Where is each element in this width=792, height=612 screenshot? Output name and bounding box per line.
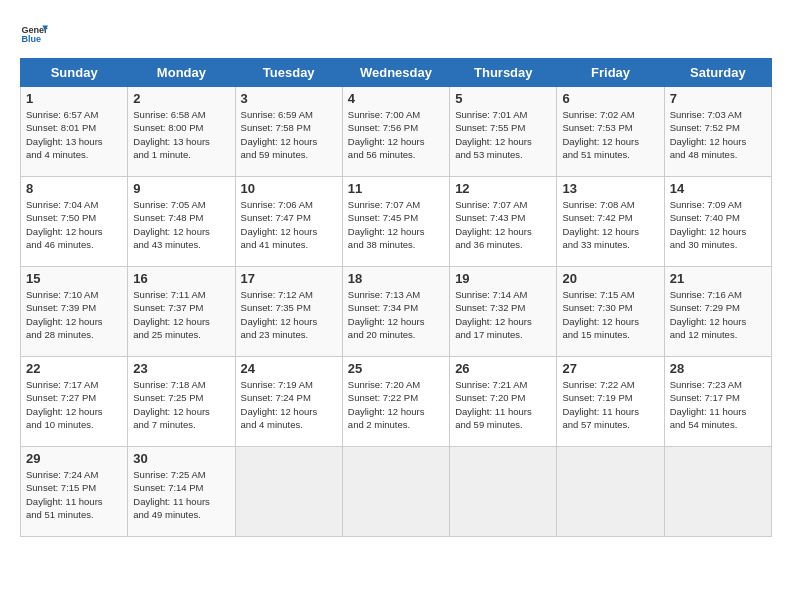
cell-sunrise-info: Sunrise: 7:11 AMSunset: 7:37 PMDaylight:… (133, 288, 229, 341)
calendar-cell (235, 447, 342, 537)
cell-sunrise-info: Sunrise: 7:01 AMSunset: 7:55 PMDaylight:… (455, 108, 551, 161)
calendar-cell: 12Sunrise: 7:07 AMSunset: 7:43 PMDayligh… (450, 177, 557, 267)
weekday-header-wednesday: Wednesday (342, 59, 449, 87)
calendar-cell: 30Sunrise: 7:25 AMSunset: 7:14 PMDayligh… (128, 447, 235, 537)
cell-sunrise-info: Sunrise: 7:06 AMSunset: 7:47 PMDaylight:… (241, 198, 337, 251)
calendar-cell: 8Sunrise: 7:04 AMSunset: 7:50 PMDaylight… (21, 177, 128, 267)
calendar-body: 1Sunrise: 6:57 AMSunset: 8:01 PMDaylight… (21, 87, 772, 537)
calendar-cell (557, 447, 664, 537)
weekday-header-sunday: Sunday (21, 59, 128, 87)
header: General Blue (20, 20, 772, 48)
day-number: 27 (562, 361, 658, 376)
logo: General Blue (20, 20, 48, 48)
cell-sunrise-info: Sunrise: 7:15 AMSunset: 7:30 PMDaylight:… (562, 288, 658, 341)
cell-sunrise-info: Sunrise: 7:07 AMSunset: 7:45 PMDaylight:… (348, 198, 444, 251)
cell-sunrise-info: Sunrise: 7:04 AMSunset: 7:50 PMDaylight:… (26, 198, 122, 251)
cell-sunrise-info: Sunrise: 7:09 AMSunset: 7:40 PMDaylight:… (670, 198, 766, 251)
calendar-cell: 10Sunrise: 7:06 AMSunset: 7:47 PMDayligh… (235, 177, 342, 267)
day-number: 24 (241, 361, 337, 376)
calendar-cell: 7Sunrise: 7:03 AMSunset: 7:52 PMDaylight… (664, 87, 771, 177)
cell-sunrise-info: Sunrise: 7:22 AMSunset: 7:19 PMDaylight:… (562, 378, 658, 431)
cell-sunrise-info: Sunrise: 7:05 AMSunset: 7:48 PMDaylight:… (133, 198, 229, 251)
calendar-week-1: 1Sunrise: 6:57 AMSunset: 8:01 PMDaylight… (21, 87, 772, 177)
calendar-cell: 26Sunrise: 7:21 AMSunset: 7:20 PMDayligh… (450, 357, 557, 447)
calendar-week-4: 22Sunrise: 7:17 AMSunset: 7:27 PMDayligh… (21, 357, 772, 447)
cell-sunrise-info: Sunrise: 6:57 AMSunset: 8:01 PMDaylight:… (26, 108, 122, 161)
calendar-cell: 18Sunrise: 7:13 AMSunset: 7:34 PMDayligh… (342, 267, 449, 357)
weekday-header-tuesday: Tuesday (235, 59, 342, 87)
cell-sunrise-info: Sunrise: 7:00 AMSunset: 7:56 PMDaylight:… (348, 108, 444, 161)
day-number: 13 (562, 181, 658, 196)
day-number: 19 (455, 271, 551, 286)
calendar-cell: 24Sunrise: 7:19 AMSunset: 7:24 PMDayligh… (235, 357, 342, 447)
day-number: 21 (670, 271, 766, 286)
cell-sunrise-info: Sunrise: 7:13 AMSunset: 7:34 PMDaylight:… (348, 288, 444, 341)
day-number: 23 (133, 361, 229, 376)
weekday-header-thursday: Thursday (450, 59, 557, 87)
calendar-cell: 27Sunrise: 7:22 AMSunset: 7:19 PMDayligh… (557, 357, 664, 447)
day-number: 8 (26, 181, 122, 196)
cell-sunrise-info: Sunrise: 7:18 AMSunset: 7:25 PMDaylight:… (133, 378, 229, 431)
calendar-cell: 6Sunrise: 7:02 AMSunset: 7:53 PMDaylight… (557, 87, 664, 177)
calendar-cell: 14Sunrise: 7:09 AMSunset: 7:40 PMDayligh… (664, 177, 771, 267)
day-number: 29 (26, 451, 122, 466)
day-number: 3 (241, 91, 337, 106)
calendar-cell: 15Sunrise: 7:10 AMSunset: 7:39 PMDayligh… (21, 267, 128, 357)
cell-sunrise-info: Sunrise: 7:02 AMSunset: 7:53 PMDaylight:… (562, 108, 658, 161)
calendar-cell: 5Sunrise: 7:01 AMSunset: 7:55 PMDaylight… (450, 87, 557, 177)
calendar-cell: 4Sunrise: 7:00 AMSunset: 7:56 PMDaylight… (342, 87, 449, 177)
cell-sunrise-info: Sunrise: 7:25 AMSunset: 7:14 PMDaylight:… (133, 468, 229, 521)
calendar-cell: 25Sunrise: 7:20 AMSunset: 7:22 PMDayligh… (342, 357, 449, 447)
calendar-cell: 13Sunrise: 7:08 AMSunset: 7:42 PMDayligh… (557, 177, 664, 267)
cell-sunrise-info: Sunrise: 7:08 AMSunset: 7:42 PMDaylight:… (562, 198, 658, 251)
weekday-header-monday: Monday (128, 59, 235, 87)
day-number: 11 (348, 181, 444, 196)
day-number: 9 (133, 181, 229, 196)
day-number: 12 (455, 181, 551, 196)
day-number: 6 (562, 91, 658, 106)
cell-sunrise-info: Sunrise: 7:14 AMSunset: 7:32 PMDaylight:… (455, 288, 551, 341)
calendar-cell: 21Sunrise: 7:16 AMSunset: 7:29 PMDayligh… (664, 267, 771, 357)
calendar-cell: 29Sunrise: 7:24 AMSunset: 7:15 PMDayligh… (21, 447, 128, 537)
weekday-header-friday: Friday (557, 59, 664, 87)
day-number: 20 (562, 271, 658, 286)
calendar-week-2: 8Sunrise: 7:04 AMSunset: 7:50 PMDaylight… (21, 177, 772, 267)
day-number: 28 (670, 361, 766, 376)
cell-sunrise-info: Sunrise: 7:20 AMSunset: 7:22 PMDaylight:… (348, 378, 444, 431)
calendar-week-3: 15Sunrise: 7:10 AMSunset: 7:39 PMDayligh… (21, 267, 772, 357)
day-number: 30 (133, 451, 229, 466)
calendar-cell: 23Sunrise: 7:18 AMSunset: 7:25 PMDayligh… (128, 357, 235, 447)
day-number: 1 (26, 91, 122, 106)
cell-sunrise-info: Sunrise: 7:16 AMSunset: 7:29 PMDaylight:… (670, 288, 766, 341)
day-number: 17 (241, 271, 337, 286)
logo-icon: General Blue (20, 20, 48, 48)
day-number: 2 (133, 91, 229, 106)
calendar-cell: 19Sunrise: 7:14 AMSunset: 7:32 PMDayligh… (450, 267, 557, 357)
calendar-cell: 11Sunrise: 7:07 AMSunset: 7:45 PMDayligh… (342, 177, 449, 267)
cell-sunrise-info: Sunrise: 6:58 AMSunset: 8:00 PMDaylight:… (133, 108, 229, 161)
weekday-header-saturday: Saturday (664, 59, 771, 87)
calendar-cell: 16Sunrise: 7:11 AMSunset: 7:37 PMDayligh… (128, 267, 235, 357)
cell-sunrise-info: Sunrise: 7:07 AMSunset: 7:43 PMDaylight:… (455, 198, 551, 251)
day-number: 14 (670, 181, 766, 196)
day-number: 4 (348, 91, 444, 106)
day-number: 18 (348, 271, 444, 286)
calendar-cell: 2Sunrise: 6:58 AMSunset: 8:00 PMDaylight… (128, 87, 235, 177)
cell-sunrise-info: Sunrise: 7:19 AMSunset: 7:24 PMDaylight:… (241, 378, 337, 431)
day-number: 25 (348, 361, 444, 376)
calendar-cell: 17Sunrise: 7:12 AMSunset: 7:35 PMDayligh… (235, 267, 342, 357)
calendar-header-row: SundayMondayTuesdayWednesdayThursdayFrid… (21, 59, 772, 87)
cell-sunrise-info: Sunrise: 7:17 AMSunset: 7:27 PMDaylight:… (26, 378, 122, 431)
day-number: 7 (670, 91, 766, 106)
svg-text:Blue: Blue (21, 34, 41, 44)
calendar-cell: 3Sunrise: 6:59 AMSunset: 7:58 PMDaylight… (235, 87, 342, 177)
calendar-cell: 9Sunrise: 7:05 AMSunset: 7:48 PMDaylight… (128, 177, 235, 267)
calendar-cell: 20Sunrise: 7:15 AMSunset: 7:30 PMDayligh… (557, 267, 664, 357)
calendar-cell (450, 447, 557, 537)
day-number: 5 (455, 91, 551, 106)
calendar-cell: 22Sunrise: 7:17 AMSunset: 7:27 PMDayligh… (21, 357, 128, 447)
cell-sunrise-info: Sunrise: 7:23 AMSunset: 7:17 PMDaylight:… (670, 378, 766, 431)
cell-sunrise-info: Sunrise: 7:10 AMSunset: 7:39 PMDaylight:… (26, 288, 122, 341)
cell-sunrise-info: Sunrise: 6:59 AMSunset: 7:58 PMDaylight:… (241, 108, 337, 161)
day-number: 26 (455, 361, 551, 376)
